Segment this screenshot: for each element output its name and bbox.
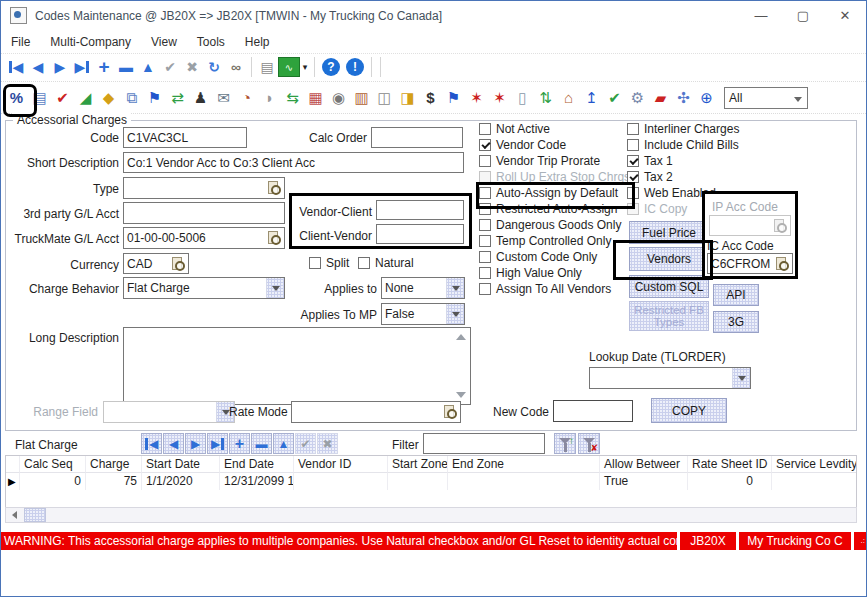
about-icon[interactable]: ! [346,58,364,76]
grid-horizontal-scrollbar[interactable] [5,507,857,523]
checkbox-box[interactable] [479,187,491,199]
checkbox-box[interactable] [479,219,491,231]
grid-col-end-zone[interactable]: End Zone [448,456,600,473]
next-record-icon[interactable]: ▶ [185,433,206,454]
lookup-icon[interactable] [171,257,185,271]
grid-col-start-date[interactable]: Start Date [142,456,220,473]
checkbox-box[interactable] [627,187,639,199]
car-icon[interactable]: ▰ [649,86,672,109]
checkbox-custom-code-only[interactable]: Custom Code Only [479,250,630,263]
checkbox-box[interactable] [479,251,491,263]
grid-col-calc-seq[interactable]: Calc Seq [20,456,86,473]
checkbox-temp-controlled-only[interactable]: Temp Controlled Only [479,234,630,247]
cell-rate-sheet-id[interactable]: 0 [688,473,772,490]
edit-record-icon[interactable]: ▲ [273,433,294,454]
checkbox-vendor-trip-prorate[interactable]: Vendor Trip Prorate [479,154,630,167]
scrollbar-thumb[interactable] [24,508,46,522]
person-icon[interactable]: ♟ [189,86,212,109]
cell-service-level[interactable] [772,473,856,490]
currency-field[interactable]: CAD [123,253,189,274]
menu-file[interactable]: File [1,35,40,49]
checkbox-assign-to-all-vendors[interactable]: Assign To All Vendors [479,282,630,295]
checkbox-dangerous-goods-only[interactable]: Dangerous Goods Only [479,218,630,231]
menu-view[interactable]: View [141,35,187,49]
chevron-down-icon[interactable] [446,304,464,324]
checkbox-restricted-auto-assign[interactable]: Restricted Auto-Assign [479,202,630,215]
delete-record-icon[interactable]: ▬ [251,433,272,454]
cell-start-date[interactable]: 1/1/2020 [142,473,220,490]
lookup-icon[interactable] [775,257,789,271]
scroll-down-icon[interactable] [456,392,466,398]
long-description-field[interactable] [123,327,471,405]
scope-select[interactable]: All [724,87,808,109]
checkbox-box[interactable] [479,235,491,247]
checkbox-tax-2[interactable]: Tax 2 [627,170,739,183]
grid-col-charge[interactable]: Charge [86,456,142,473]
minimize-button[interactable]: — [740,1,782,30]
green-check-icon[interactable]: ✔ [603,86,626,109]
natural-checkbox[interactable]: Natural [358,256,414,272]
checkbox-box[interactable] [627,171,639,183]
copy-button[interactable]: COPY [651,398,727,423]
menu-multi-company[interactable]: Multi-Company [40,35,141,49]
checkbox-high-value-only[interactable]: High Value Only [479,266,630,279]
chevron-down-icon[interactable] [732,368,750,388]
last-record-icon[interactable]: ▶ [71,56,93,78]
checkbox-box[interactable] [479,123,491,135]
camera-icon[interactable]: ◉ [327,86,350,109]
route-delete-icon[interactable]: ✶ [465,86,488,109]
propeller-icon[interactable]: ✣ [672,86,695,109]
apply-filter-button[interactable]: ↑ [554,433,576,454]
fuel-price-button[interactable]: Fuel Price [629,221,709,244]
cell-start-zone[interactable] [388,473,448,490]
checkbox-box[interactable] [309,257,321,269]
flag-icon[interactable]: ⚑ [143,86,166,109]
home-icon[interactable]: ⌂ [557,86,580,109]
document-icon[interactable]: ▯ [511,86,534,109]
checkbox-interliner-charges[interactable]: Interliner Charges [627,122,739,135]
lookup-icon[interactable] [443,405,457,419]
short-description-field[interactable]: Co:1 Vendor Acc to Co:3 Client Acc [123,152,464,173]
checkbox-box[interactable] [627,123,639,135]
split-checkbox[interactable]: Split [309,256,349,272]
gears-icon[interactable]: ⚙ [626,86,649,109]
charge-behavior-select[interactable]: Flat Charge [123,277,285,299]
link-arrows-icon[interactable]: ⇆ [281,86,304,109]
first-record-icon[interactable]: ◀ [141,433,162,454]
lookup-icon[interactable] [267,231,281,245]
package-icon[interactable]: ◨ [396,86,419,109]
checkbox-box[interactable] [627,155,639,167]
grid-col-service-level[interactable]: Service Levdity [772,456,856,473]
globe-icon[interactable]: ⊕ [695,86,718,109]
cell-calc-seq[interactable]: 0 [20,473,86,490]
print-icon[interactable]: ▤ [256,56,278,78]
database-icon[interactable]: ◫ [373,86,396,109]
vendors-button[interactable]: Vendors [629,247,709,271]
calc-order-field[interactable] [371,127,463,148]
first-record-icon[interactable]: ◀ [5,56,27,78]
checkbox-box[interactable] [479,283,491,295]
screen-dropdown-icon[interactable]: ▾ [300,62,310,72]
checkbox-not-active[interactable]: Not Active [479,122,630,135]
help-icon[interactable]: ? [322,58,340,76]
chevron-down-icon[interactable] [446,278,464,298]
sort-arrows-icon[interactable]: ⇅ [534,86,557,109]
refresh-icon[interactable]: ↻ [203,56,225,78]
checkbox-box[interactable] [479,139,491,151]
invoice-icon[interactable]: $ [419,86,442,109]
checkbox-box[interactable] [358,257,370,269]
pin-arrow-icon[interactable]: ↥ [580,86,603,109]
copy-pages-icon[interactable]: ⧉ [120,86,143,109]
vendor-client-field[interactable] [376,200,464,220]
checkbox-auto-assign-by-default[interactable]: Auto-Assign by Default [479,186,630,199]
new-code-field[interactable] [553,400,633,422]
chart-icon[interactable]: ◢ [74,86,97,109]
prior-record-icon[interactable]: ◀ [27,56,49,78]
search-icon[interactable]: ∞ [225,56,247,78]
checkbox-tax-1[interactable]: Tax 1 [627,154,739,167]
menu-help[interactable]: Help [235,35,280,49]
api-button[interactable]: API [713,284,759,306]
checkbox-vendor-code[interactable]: Vendor Code [479,138,630,151]
scroll-left-icon[interactable] [6,508,22,522]
percent-codes-icon[interactable]: % [5,86,28,109]
